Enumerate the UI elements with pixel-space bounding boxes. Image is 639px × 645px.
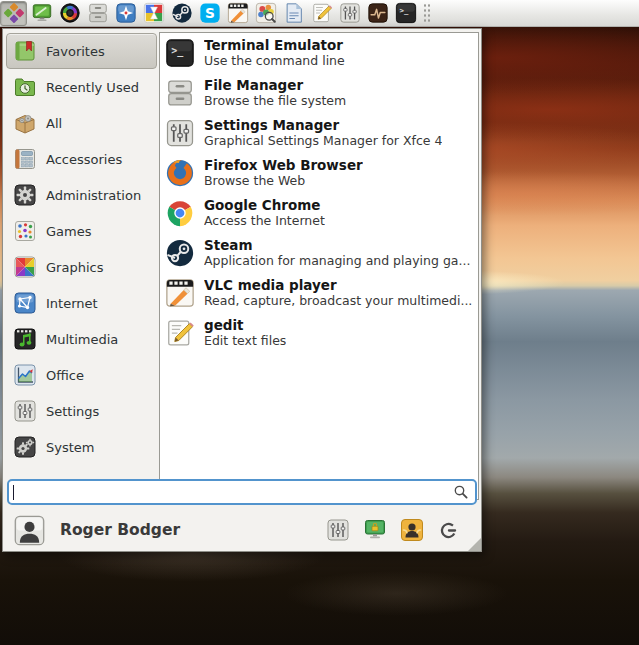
category-accessories[interactable]: Accessories: [6, 141, 157, 177]
app-title: VLC media player: [204, 278, 472, 294]
category-internet[interactable]: Internet: [6, 285, 157, 321]
search-icon: [452, 483, 470, 501]
category-favorites[interactable]: Favorites: [6, 33, 157, 69]
app-item-text: VLC media playerRead, capture, broadcast…: [204, 278, 472, 309]
search-input[interactable]: [14, 481, 448, 503]
file-manager-icon: [165, 78, 195, 108]
all-applications-icon: [13, 111, 37, 135]
category-label: All: [46, 116, 62, 131]
settings-sliders-icon: [165, 118, 195, 148]
settings-sliders-icon: [326, 518, 350, 542]
category-recently-used[interactable]: Recently Used: [6, 69, 157, 105]
accessories-icon: [13, 147, 37, 171]
app-description: Use the command line: [204, 54, 345, 69]
resize-grip[interactable]: [468, 538, 481, 551]
app-title: File Manager: [204, 78, 346, 94]
app-item-text: Settings ManagerGraphical Settings Manag…: [204, 118, 442, 149]
settings-sliders-icon: [339, 2, 361, 24]
panel-launcher-compass-browser[interactable]: [112, 1, 139, 26]
category-label: Office: [46, 368, 84, 383]
app-item-text: SteamApplication for managing and playin…: [204, 238, 470, 269]
svg-text:S: S: [205, 5, 215, 21]
app-item-text: Terminal EmulatorUse the command line: [204, 38, 345, 69]
app-item-text: File ManagerBrowse the file system: [204, 78, 346, 109]
category-system[interactable]: System: [6, 429, 157, 465]
panel-launcher-skype[interactable]: S: [196, 1, 223, 26]
terminal-icon: >_: [165, 38, 195, 68]
chrome-icon: [165, 198, 195, 228]
panel-drag-handle[interactable]: [423, 2, 430, 24]
svg-text:>_: >_: [399, 6, 408, 15]
app-item-terminal-emulator[interactable]: >_Terminal EmulatorUse the command line: [160, 33, 478, 73]
category-label: Games: [46, 224, 91, 239]
panel-launcher-settings-sliders[interactable]: [336, 1, 363, 26]
app-description: Read, capture, broadcast your multimedi.…: [204, 294, 472, 309]
green-display-icon: [31, 2, 53, 24]
panel-launcher-terminal[interactable]: >_: [392, 1, 419, 26]
panel-launcher-gedit[interactable]: [308, 1, 335, 26]
internet-icon: [13, 291, 37, 315]
all-settings-button[interactable]: [325, 518, 350, 543]
panel-launcher-file-manager[interactable]: [84, 1, 111, 26]
terminal-icon: >_: [395, 2, 417, 24]
category-label: Administration: [46, 188, 141, 203]
search-field[interactable]: [7, 479, 477, 505]
office-icon: [13, 363, 37, 387]
category-graphics[interactable]: Graphics: [6, 249, 157, 285]
app-item-settings-manager[interactable]: Settings ManagerGraphical Settings Manag…: [160, 113, 478, 153]
lock-screen-button[interactable]: [362, 518, 387, 543]
category-settings[interactable]: Settings: [6, 393, 157, 429]
aperture-icon: [59, 2, 81, 24]
app-title: Steam: [204, 238, 470, 254]
whisker-menu-icon: [3, 2, 25, 24]
panel-launcher-vlc[interactable]: [224, 1, 251, 26]
gedit-icon: [165, 318, 195, 348]
app-item-file-manager[interactable]: File ManagerBrowse the file system: [160, 73, 478, 113]
app-description: Browse the file system: [204, 94, 346, 109]
skype-icon: S: [199, 2, 221, 24]
session-actions: [325, 518, 461, 543]
category-games[interactable]: Games: [6, 213, 157, 249]
app-description: Browse the Web: [204, 174, 363, 189]
category-label: Multimedia: [46, 332, 118, 347]
category-multimedia[interactable]: Multimedia: [6, 321, 157, 357]
vlc-icon: [165, 278, 195, 308]
app-item-google-chrome[interactable]: Google ChromeAccess the Internet: [160, 193, 478, 233]
category-administration[interactable]: Administration: [6, 177, 157, 213]
app-title: Terminal Emulator: [204, 38, 345, 54]
compass-browser-icon: [115, 2, 137, 24]
panel-launcher-task-manager[interactable]: [364, 1, 391, 26]
panel-launcher-green-display[interactable]: [28, 1, 55, 26]
category-label: Accessories: [46, 152, 122, 167]
graphics-icon: [13, 255, 37, 279]
administration-icon: [13, 183, 37, 207]
logout-button[interactable]: [436, 518, 461, 543]
task-manager-icon: [367, 2, 389, 24]
app-item-vlc-media-player[interactable]: VLC media playerRead, capture, broadcast…: [160, 273, 478, 313]
libreoffice-icon: [283, 2, 305, 24]
panel-launcher-google[interactable]: [140, 1, 167, 26]
favorites-icon: [13, 39, 37, 63]
file-manager-icon: [87, 2, 109, 24]
switch-user-icon: [400, 518, 424, 542]
app-title: Google Chrome: [204, 198, 325, 214]
panel-launcher-steam[interactable]: [168, 1, 195, 26]
palette-icon: [255, 2, 277, 24]
panel-launcher-libreoffice[interactable]: [280, 1, 307, 26]
category-all[interactable]: All: [6, 105, 157, 141]
category-office[interactable]: Office: [6, 357, 157, 393]
panel-launcher-whisker-menu[interactable]: [0, 1, 27, 26]
application-list: >_Terminal EmulatorUse the command lineF…: [159, 32, 479, 500]
app-description: Graphical Settings Manager for Xfce 4: [204, 134, 442, 149]
app-item-firefox-web-browser[interactable]: Firefox Web BrowserBrowse the Web: [160, 153, 478, 193]
google-icon: [143, 2, 165, 24]
app-item-gedit[interactable]: geditEdit text files: [160, 313, 478, 353]
steam-icon: [165, 238, 195, 268]
panel-launcher-palette[interactable]: [252, 1, 279, 26]
category-label: Recently Used: [46, 80, 139, 95]
user-avatar-icon[interactable]: [14, 515, 45, 546]
app-description: Edit text files: [204, 334, 286, 349]
switch-user-button[interactable]: [399, 518, 424, 543]
panel-launcher-aperture[interactable]: [56, 1, 83, 26]
app-item-steam[interactable]: SteamApplication for managing and playin…: [160, 233, 478, 273]
